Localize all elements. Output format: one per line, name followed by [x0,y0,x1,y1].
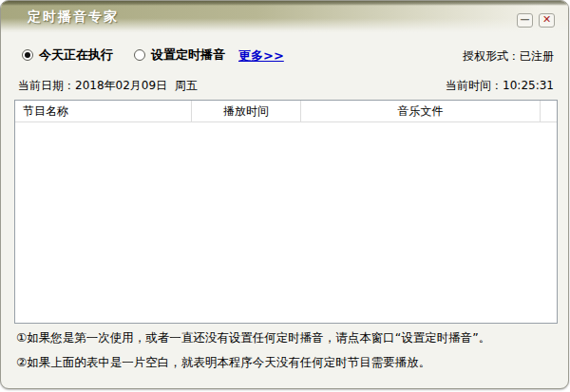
column-header-program-name[interactable]: 节目名称 [15,101,192,121]
note-first-use: ①如果您是第一次使用，或者一直还没有设置任何定时播音，请点本窗口“设置定时播音”… [16,330,562,345]
options-row: 今天正在执行 设置定时播音 更多>> 授权形式：已注册 [1,47,568,65]
current-date: 当前日期：2018年02月09日 周五 [18,78,198,94]
radio-unselected-icon [134,49,145,61]
listview-body-empty[interactable] [15,122,557,323]
current-time: 当前时间：10:25:31 [446,78,554,94]
radio-setup-broadcast[interactable]: 设置定时播音 [134,47,225,64]
column-header-spacer [541,101,557,121]
column-header-play-time[interactable]: 播放时间 [192,101,301,121]
radio-setup-label: 设置定时播音 [151,47,225,64]
more-link[interactable]: 更多>> [238,47,284,65]
column-header-music-file[interactable]: 音乐文件 [301,101,541,121]
close-icon: ✕ [542,13,551,26]
minimize-button[interactable]: — [517,13,533,28]
radio-selected-icon [22,49,33,61]
app-window: 定时播音专家 — ✕ 今天正在执行 设置定时播音 更多>> 授权形式：已注册 当… [0,0,569,389]
close-button[interactable]: ✕ [539,13,555,28]
window-title: 定时播音专家 [28,9,119,26]
license-status: 授权形式：已注册 [463,48,554,65]
instruction-notes: ①如果您是第一次使用，或者一直还没有设置任何定时播音，请点本窗口“设置定时播音”… [16,330,562,380]
minimize-icon: — [521,14,530,25]
program-listview: 节目名称 播放时间 音乐文件 [14,100,558,324]
titlebar[interactable]: 定时播音专家 — ✕ [1,1,568,32]
radio-today-executing[interactable]: 今天正在执行 [22,47,113,64]
note-empty-table: ②如果上面的表中是一片空白，就表明本程序今天没有任何定时节目需要播放。 [16,355,562,369]
radio-today-label: 今天正在执行 [39,47,113,64]
status-row: 当前日期：2018年02月09日 周五 当前时间：10:25:31 [1,78,568,95]
listview-header: 节目名称 播放时间 音乐文件 [15,101,557,122]
